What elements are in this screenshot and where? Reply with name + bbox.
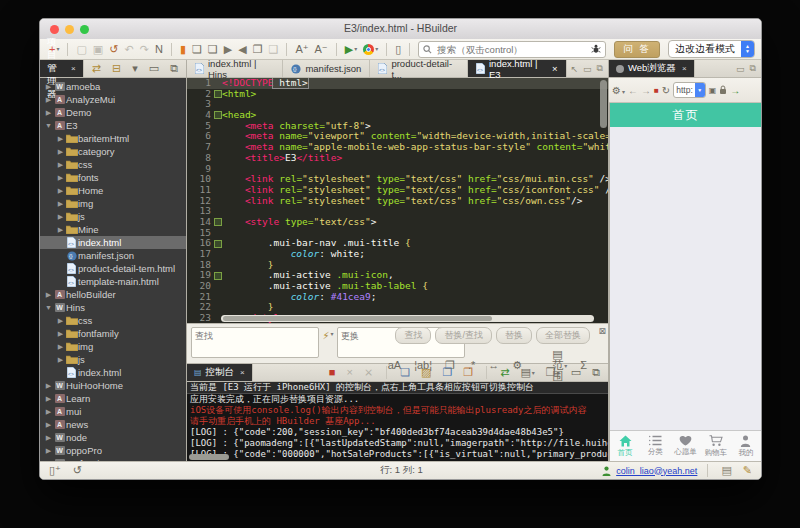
- tree-item-Demo[interactable]: ▶ADemo: [40, 106, 186, 119]
- back-icon[interactable]: ←: [628, 85, 638, 96]
- add-device-icon[interactable]: ▯⁺: [49, 465, 61, 476]
- maximize-panel-icon[interactable]: ⧉: [750, 63, 756, 74]
- tree-item-Learn[interactable]: ▶ALearn: [40, 392, 186, 405]
- find-button-替换[interactable]: 替换: [496, 327, 532, 344]
- tree-item-js[interactable]: ▶js: [40, 210, 186, 223]
- chevron-right-icon[interactable]: ▶: [56, 135, 65, 143]
- tree-item-css[interactable]: ▶css: [40, 158, 186, 171]
- chevron-right-icon[interactable]: ▶: [44, 96, 53, 104]
- qa-button[interactable]: 问 答: [614, 41, 660, 58]
- find-options-wand-icon[interactable]: ⚡▾: [319, 327, 337, 360]
- stop-icon[interactable]: ■: [329, 367, 336, 378]
- scope-dropdown[interactable]: ▤ 范围▾: [552, 349, 567, 382]
- sync-save-icon[interactable]: ↺: [109, 44, 118, 55]
- selection-icon[interactable]: ❐: [445, 360, 455, 371]
- editor-tab[interactable]: <>index.html | Hins: [187, 60, 283, 77]
- tab-web-browser[interactable]: Web浏览器 ×: [609, 60, 695, 77]
- nav-wishlist[interactable]: 心愿单: [670, 431, 700, 461]
- indent-left-icon[interactable]: ❏: [192, 44, 202, 55]
- tree-item-HuiHooHome[interactable]: ▶WHuiHooHome: [40, 379, 186, 392]
- bookmark-icon[interactable]: ▮: [180, 44, 186, 55]
- font-increase-icon[interactable]: A⁺: [295, 44, 308, 55]
- nav-category[interactable]: 分类: [640, 431, 670, 461]
- chevron-right-icon[interactable]: ▶: [44, 434, 53, 442]
- mode-dropdown[interactable]: 边改边看模式 ▲▼: [668, 40, 755, 58]
- url-combo[interactable]: http: ▼: [673, 82, 706, 98]
- account-email-link[interactable]: colin_liao@yeah.net: [616, 466, 697, 476]
- chevron-right-icon[interactable]: ▶: [56, 317, 65, 325]
- indent-right-icon[interactable]: ❏: [208, 44, 218, 55]
- snapshot-icon[interactable]: ▣: [709, 86, 717, 95]
- save-all-icon[interactable]: ▣: [93, 44, 103, 55]
- stop-icon[interactable]: ■: [654, 86, 659, 95]
- tree-item-fontfamily[interactable]: ▶fontfamily: [40, 327, 186, 340]
- tree-item-mui[interactable]: ▶Amui: [40, 405, 186, 418]
- save-icon[interactable]: ▢: [76, 44, 86, 55]
- minimize-panel-icon[interactable]: ▭: [583, 64, 592, 74]
- chevron-right-icon[interactable]: ▶: [56, 161, 65, 169]
- forward-icon[interactable]: →: [641, 85, 651, 96]
- find-button-全部替换[interactable]: 全部替换: [536, 327, 590, 344]
- tree-item-news[interactable]: ▶Anews: [40, 418, 186, 431]
- close-icon[interactable]: ×: [71, 64, 76, 73]
- tab-console[interactable]: ▤ 控制台 ×: [187, 364, 253, 381]
- chevron-right-icon[interactable]: ▶: [56, 148, 65, 156]
- chevron-right-icon[interactable]: ▶: [56, 356, 65, 364]
- tree-item-category[interactable]: ▶category: [40, 145, 186, 158]
- stop-icon[interactable]: ❑: [269, 44, 279, 55]
- chevron-down-icon[interactable]: ▼: [44, 122, 53, 129]
- minimize-panel-icon[interactable]: ▭: [736, 64, 745, 74]
- run-icon[interactable]: ▶: [224, 44, 232, 55]
- link-with-editor-icon[interactable]: ⇄: [92, 63, 101, 74]
- console-shortcut-icon[interactable]: ▤: [721, 465, 731, 476]
- tree-item-manifest.json[interactable]: {}manifest.json: [40, 249, 186, 262]
- chevron-right-icon[interactable]: ▶: [56, 174, 65, 182]
- close-icon[interactable]: ×: [552, 63, 558, 74]
- tree-item-helloBuilder[interactable]: ▶AhelloBuilder: [40, 288, 186, 301]
- console-horizontal-scrollbar[interactable]: [189, 454, 229, 460]
- fold-marker-icon[interactable]: [213, 217, 222, 228]
- page-content[interactable]: [610, 127, 761, 430]
- run-green-icon[interactable]: ▶▾: [345, 44, 357, 55]
- whole-word-icon[interactable]: ¦ab¦: [414, 360, 432, 371]
- editor-tab[interactable]: <>index.html | E3×: [468, 60, 567, 77]
- chevron-right-icon[interactable]: ▶: [56, 226, 65, 234]
- view-menu-icon[interactable]: ▾: [132, 63, 138, 74]
- fold-marker-icon[interactable]: [213, 270, 222, 281]
- tree-item-fonts[interactable]: ▶fonts: [40, 171, 186, 184]
- maximize-panel-icon[interactable]: ⧉: [597, 63, 603, 74]
- tree-item-index.html[interactable]: <>index.html: [40, 236, 186, 249]
- nav-home[interactable]: 首页: [610, 431, 640, 461]
- chevron-right-icon[interactable]: ▶: [44, 83, 53, 91]
- tree-item-Mine[interactable]: ▶Mine: [40, 223, 186, 236]
- close-console-icon[interactable]: ×: [347, 367, 353, 378]
- run-back-icon[interactable]: ◀: [238, 44, 246, 55]
- chevron-right-icon[interactable]: ▶: [56, 213, 65, 221]
- refresh-icon[interactable]: ↻: [662, 85, 670, 96]
- match-case-icon[interactable]: aA: [388, 360, 401, 371]
- device-icon[interactable]: ▯: [395, 44, 401, 55]
- editor-tab[interactable]: {}manifest.json: [283, 60, 370, 77]
- tree-item-E3[interactable]: ▼AE3: [40, 119, 186, 132]
- chevron-right-icon[interactable]: ▶: [44, 408, 53, 416]
- fold-marker-icon[interactable]: [213, 110, 222, 121]
- tree-item-img[interactable]: ▶img: [40, 197, 186, 210]
- tree-item-oppoPro[interactable]: ▶WoppoPro: [40, 444, 186, 457]
- feedback-pen-icon[interactable]: ✎: [743, 465, 752, 476]
- fold-marker-icon[interactable]: [213, 238, 222, 249]
- console-output[interactable]: 当前是 [E3 运行于 iPhone6HX] 的控制台，点右上角工具条相应按钮可…: [187, 382, 608, 461]
- redo-icon[interactable]: ↷: [140, 44, 149, 55]
- chevron-right-icon[interactable]: ▶: [44, 382, 53, 390]
- settings-gear-icon[interactable]: ⚙▾: [612, 85, 625, 96]
- chrome-icon[interactable]: ▾: [363, 44, 378, 55]
- window-icon[interactable]: ❐: [253, 44, 263, 55]
- chevron-right-icon[interactable]: ▶: [44, 109, 53, 117]
- sync-icon[interactable]: ↺: [73, 465, 82, 476]
- tab-overflow-icon[interactable]: ↖: [571, 64, 579, 74]
- tree-item-Home[interactable]: ▶Home: [40, 184, 186, 197]
- chevron-right-icon[interactable]: ▶: [44, 421, 53, 429]
- tree-item-Hins[interactable]: ▼WHins: [40, 301, 186, 314]
- tree-item-index.html[interactable]: <>index.html: [40, 366, 186, 379]
- editor-horizontal-scrollbar[interactable]: [221, 315, 594, 322]
- close-icon[interactable]: ×: [240, 368, 245, 377]
